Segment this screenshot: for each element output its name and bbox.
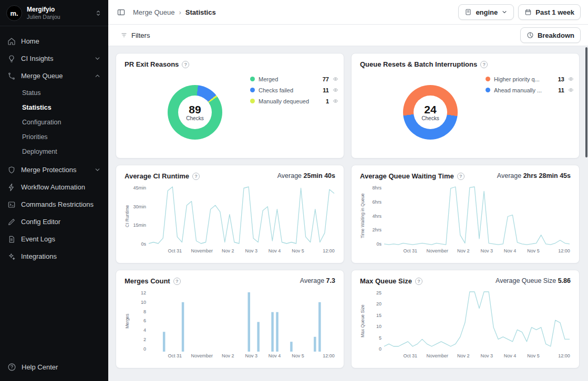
card-merges-count: Merges Count Average 7.3 Merges 12108642… xyxy=(116,270,344,368)
sidebar-item-event-logs[interactable]: Event Logs xyxy=(0,230,108,248)
pie-chart-icon xyxy=(527,31,534,39)
chevron-down-icon xyxy=(94,55,101,62)
sidebar-nav: Home CI Insights Merge Queue Status Stat… xyxy=(0,26,108,363)
legend-item: Checks failed 11 xyxy=(250,84,338,96)
y-axis-ticks: 45min30min15min0s xyxy=(131,185,149,247)
help-center-link[interactable]: Help Center xyxy=(7,363,101,372)
home-icon xyxy=(7,37,16,46)
breadcrumb: Merge Queue › Statistics xyxy=(133,8,216,16)
sidebar-item-integrations[interactable]: Integrations xyxy=(0,248,108,265)
queue-resets-legend: Higher priority q... 13 Ahead manually .… xyxy=(486,73,574,96)
legend-dot xyxy=(486,88,490,92)
legend-visibility-icon[interactable] xyxy=(333,98,338,104)
chevrons-up-down-icon xyxy=(95,9,102,17)
repository-selector[interactable]: engine xyxy=(458,4,514,20)
y-axis-ticks: 121086420 xyxy=(131,290,149,352)
sidebar-item-merge-queue[interactable]: Merge Queue xyxy=(0,67,108,84)
vertical-scrollbar[interactable] xyxy=(585,47,587,157)
pr-exit-donut-chart[interactable]: 89 Checks xyxy=(168,85,222,140)
date-range-button[interactable]: Past 1 week xyxy=(518,4,581,20)
account-switcher[interactable]: m. Mergifyio Julien Danjou xyxy=(0,0,108,26)
chevron-down-icon xyxy=(94,166,101,173)
help-icon[interactable] xyxy=(182,61,189,68)
zap-icon xyxy=(7,183,16,192)
legend-visibility-icon[interactable] xyxy=(333,76,338,82)
average-value: Average 25min 40s xyxy=(277,172,335,179)
y-axis-ticks: 8hrs6hrs4hrs2hrs0s xyxy=(367,185,384,247)
help-icon[interactable] xyxy=(415,278,422,285)
ci-runtime-line-chart[interactable] xyxy=(149,185,335,247)
max-queue-size-line-chart[interactable] xyxy=(384,290,571,352)
legend-item: Ahead manually ... 11 xyxy=(486,84,574,96)
breadcrumb-merge-queue[interactable]: Merge Queue xyxy=(133,8,175,16)
pr-exit-legend: Merged 77 Checks failed 11 Manually dequ… xyxy=(250,73,338,107)
card-title: Average Queue Waiting Time xyxy=(360,172,454,180)
sidebar-item-statistics[interactable]: Statistics xyxy=(0,100,108,115)
queue-resets-donut-chart[interactable]: 24 Checks xyxy=(403,85,458,140)
lightbulb-icon xyxy=(7,55,16,63)
date-range-label: Past 1 week xyxy=(535,8,574,16)
donut-center: 24 Checks xyxy=(414,96,447,129)
chevron-down-icon xyxy=(501,9,508,15)
legend-dot xyxy=(250,99,255,103)
sidebar-item-config-editor[interactable]: Config Editor xyxy=(0,213,108,230)
card-title: Max Queue Size xyxy=(360,277,412,285)
legend-dot xyxy=(250,88,255,92)
legend-visibility-icon[interactable] xyxy=(568,76,574,82)
help-icon[interactable] xyxy=(192,173,200,180)
help-icon[interactable] xyxy=(480,61,488,68)
sidebar: m. Mergifyio Julien Danjou Home CI Insig… xyxy=(0,0,108,381)
org-name: Mergifyio xyxy=(27,6,90,14)
help-icon[interactable] xyxy=(457,173,465,180)
card-max-queue-size: Max Queue Size Average Queue Size 5.86 M… xyxy=(351,270,580,368)
sparkles-icon xyxy=(7,252,16,261)
breakdown-button[interactable]: Breakdown xyxy=(520,27,581,43)
user-name: Julien Danjou xyxy=(27,14,90,20)
sidebar-toggle-button[interactable] xyxy=(115,6,128,19)
sidebar-item-ci-insights[interactable]: CI Insights xyxy=(0,50,108,67)
legend-item: Manually dequeued 1 xyxy=(250,96,338,107)
sidebar-item-workflow-automation[interactable]: Workflow Automation xyxy=(0,178,108,196)
help-circle-icon xyxy=(7,363,16,372)
card-title: Average CI Runtime xyxy=(125,172,189,180)
file-text-icon xyxy=(7,235,16,244)
repository-value: engine xyxy=(476,8,498,16)
merge-icon xyxy=(7,72,16,80)
x-axis-ticks: Oct 31NovemberNov 2Nov 3Nov 4Nov 512:00 xyxy=(384,248,571,255)
card-title: Queue Resets & Batch Interruptions xyxy=(360,60,477,68)
sidebar-item-deployment[interactable]: Deployment xyxy=(0,144,108,159)
average-value: Average 2hrs 28min 45s xyxy=(497,172,571,179)
legend-dot xyxy=(250,77,255,81)
legend-visibility-icon[interactable] xyxy=(568,87,574,93)
donut-center: 89 Checks xyxy=(178,96,212,129)
merges-count-bar-chart[interactable] xyxy=(149,290,335,352)
x-axis-ticks: Oct 31NovemberNov 2Nov 3Nov 4Nov 512:00 xyxy=(149,353,335,360)
repo-icon xyxy=(465,8,472,16)
filter-toolbar: Filters Breakdown xyxy=(108,25,588,46)
terminal-icon xyxy=(7,200,16,209)
sidebar-item-commands-restrictions[interactable]: Commands Restrictions xyxy=(0,196,108,213)
sidebar-item-merge-protections[interactable]: Merge Protections xyxy=(0,161,108,178)
calendar-icon xyxy=(524,8,532,16)
card-average-queue-waiting-time: Average Queue Waiting Time Average 2hrs … xyxy=(351,165,580,263)
merge-queue-submenu: Status Statistics Configuration Prioriti… xyxy=(0,84,108,161)
legend-dot xyxy=(486,77,490,81)
y-axis-label: CI Runtime xyxy=(125,185,131,247)
x-axis-ticks: Oct 31NovemberNov 2Nov 3Nov 4Nov 512:00 xyxy=(149,248,335,255)
x-axis-ticks: Oct 31NovemberNov 2Nov 3Nov 4Nov 512:00 xyxy=(384,353,571,360)
shield-icon xyxy=(7,166,16,174)
y-axis-label: Merges xyxy=(125,290,131,352)
card-average-ci-runtime: Average CI Runtime Average 25min 40s CI … xyxy=(116,165,344,263)
breadcrumb-separator: › xyxy=(179,8,181,16)
help-icon[interactable] xyxy=(173,278,181,285)
legend-visibility-icon[interactable] xyxy=(333,87,338,93)
queue-waiting-line-chart[interactable] xyxy=(384,185,571,247)
mergify-logo: m. xyxy=(6,5,22,21)
sidebar-item-status[interactable]: Status xyxy=(0,86,108,100)
dashboard-grid: PR Exit Reasons 89 Checks Merged 77 xyxy=(108,46,588,381)
sidebar-item-priorities[interactable]: Priorities xyxy=(0,130,108,144)
sidebar-item-home[interactable]: Home xyxy=(0,33,108,50)
card-pr-exit-reasons: PR Exit Reasons 89 Checks Merged 77 xyxy=(116,53,344,158)
sidebar-item-configuration[interactable]: Configuration xyxy=(0,115,108,130)
filters-button[interactable]: Filters xyxy=(116,28,154,43)
